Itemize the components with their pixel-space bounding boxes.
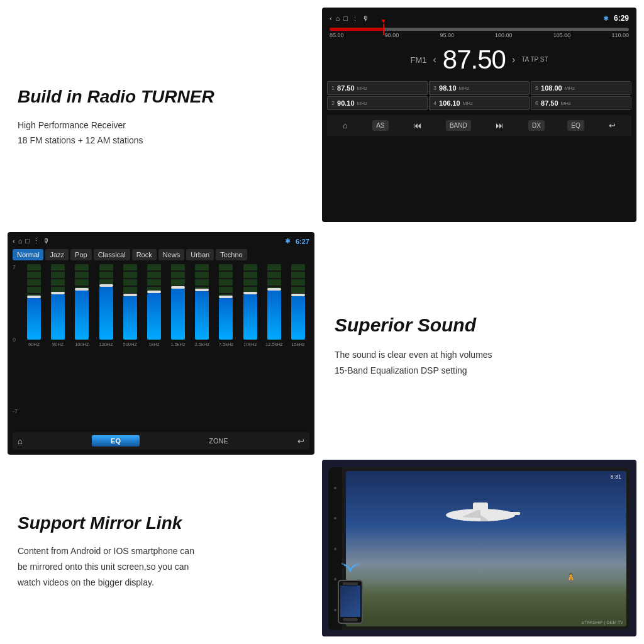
preset-item-6[interactable]: 6 87.50 MHz xyxy=(531,96,631,110)
eq-bar-handle-10khz[interactable] xyxy=(243,292,257,294)
eq-bar-track-2p5khz[interactable] xyxy=(195,264,209,340)
eq-bar-handle-80hz[interactable] xyxy=(51,292,65,294)
preset-item-4[interactable]: 4 106.10 MHz xyxy=(429,96,530,110)
eq-bar-handle-100hz[interactable] xyxy=(75,288,89,291)
phone-screen xyxy=(340,586,360,617)
eq-bar-handle-120hz[interactable] xyxy=(99,284,113,287)
eq-home-icon[interactable]: ⌂ xyxy=(18,237,23,245)
eq-preset-techno[interactable]: Techno xyxy=(216,249,247,260)
freq-label-0: 85.00 xyxy=(330,32,344,38)
eq-bar-fill-7p5khz xyxy=(219,298,233,340)
eq-bar-handle-1p5khz[interactable] xyxy=(171,286,185,289)
next-track-icon[interactable]: ⏭ xyxy=(494,119,506,132)
bluetooth-icon: ✱ xyxy=(603,14,609,23)
preset-freq: 98.10 xyxy=(439,84,457,92)
car-screen-display: 6:31 🧍 STAR xyxy=(346,471,626,626)
eq-bar-handle-15khz[interactable] xyxy=(291,294,305,296)
preset-item-3[interactable]: 3 98.10 MHz xyxy=(429,81,530,95)
side-dot-1 xyxy=(334,487,336,489)
eq-zone-btn[interactable]: ZONE xyxy=(209,437,228,445)
back-icon[interactable]: ‹ xyxy=(330,14,332,22)
side-dot-3 xyxy=(334,548,336,550)
eq-back-btn[interactable]: ↩ xyxy=(297,436,304,446)
eq-freq-12p5khz: 12.5kHz xyxy=(263,341,286,347)
preset-unit: MHz xyxy=(459,86,469,91)
eq-bar-track-100hz[interactable] xyxy=(75,264,89,340)
freq-next-arrow[interactable]: › xyxy=(512,54,515,65)
home-control-icon[interactable]: ⌂ xyxy=(341,119,350,132)
svg-rect-3 xyxy=(473,502,488,510)
eq-freq-7p5khz: 7.5kHz xyxy=(214,341,237,347)
preset-freq: 87.50 xyxy=(541,99,558,107)
eq-bar-track-500hz[interactable] xyxy=(123,264,137,340)
freq-prev-arrow[interactable]: ‹ xyxy=(433,54,436,65)
eq-bar-handle-60hz[interactable] xyxy=(27,296,41,298)
eq-bar-fill-1p5khz xyxy=(171,289,185,340)
eq-preset-rock[interactable]: Rock xyxy=(132,249,157,260)
eq-freq-1p5khz: 1.5kHz xyxy=(167,341,189,347)
eq-preset-news[interactable]: News xyxy=(158,249,185,260)
eq-bar-10khz xyxy=(239,264,262,340)
eq-bar-track-120hz[interactable] xyxy=(99,264,113,340)
preset-num: 3 xyxy=(433,85,436,91)
sound-line1: The sound is clear even at high volumes xyxy=(335,347,631,363)
eq-bar-fill-10khz xyxy=(243,294,257,340)
eq-bar-60hz xyxy=(23,264,45,340)
preset-freq: 90.10 xyxy=(337,99,355,107)
eq-bar-fill-2p5khz xyxy=(195,291,209,340)
eq-bar-handle-500hz[interactable] xyxy=(123,294,137,296)
eq-freq-120hz: 120HZ xyxy=(95,341,118,347)
eq-freq-2p5khz: 2.5kHz xyxy=(191,341,213,347)
eq-bar-track-60hz[interactable] xyxy=(27,264,41,340)
eq-preset-classical[interactable]: Classical xyxy=(94,249,130,260)
prev-track-icon[interactable]: ⏮ xyxy=(411,119,423,132)
radio-tuner-desc-line1: High Performance Receiver xyxy=(18,118,309,133)
eq-bar-1khz xyxy=(143,264,165,340)
eq-eq-btn[interactable]: EQ xyxy=(92,435,140,447)
eq-bar-track-10khz[interactable] xyxy=(243,264,257,340)
radio-tuner-text-section: Build in Radio TURNER High Performance R… xyxy=(0,0,322,230)
preset-unit: MHz xyxy=(565,86,575,91)
eq-bar-fill-1khz xyxy=(147,293,161,340)
eq-preset-pop[interactable]: Pop xyxy=(70,249,92,260)
square-icon[interactable]: □ xyxy=(343,14,348,22)
preset-item-1[interactable]: 1 87.50 MHz xyxy=(327,81,428,95)
eq-bottom-bar: ⌂ EQ ZONE ↩ xyxy=(13,432,309,450)
eq-bluetooth-icon: ✱ xyxy=(285,237,291,245)
dx-btn[interactable]: DX xyxy=(528,120,545,131)
eq-btn[interactable]: EQ xyxy=(567,120,584,131)
eq-bar-handle-1khz[interactable] xyxy=(147,291,161,293)
eq-bar-track-15khz[interactable] xyxy=(291,264,305,340)
eq-bar-fill-80hz xyxy=(51,294,65,340)
eq-bar-handle-2p5khz[interactable] xyxy=(195,289,209,291)
eq-bar-handle-12p5khz[interactable] xyxy=(267,288,281,291)
back-control-icon[interactable]: ↩ xyxy=(607,119,618,132)
eq-home-btn[interactable]: ⌂ xyxy=(18,436,23,446)
eq-bar-fill-12p5khz xyxy=(267,291,281,340)
eq-bar-1p5khz xyxy=(167,264,189,340)
preset-item-5[interactable]: 5 108.00 MHz xyxy=(531,81,631,95)
eq-bar-500hz xyxy=(119,264,142,340)
eq-bar-track-7p5khz[interactable] xyxy=(219,264,233,340)
freq-band: FM1 xyxy=(410,55,426,65)
eq-bar-track-1khz[interactable] xyxy=(147,264,161,340)
eq-menu-icon[interactable]: ⋮ xyxy=(33,237,40,245)
eq-bar-track-12p5khz[interactable] xyxy=(267,264,281,340)
eq-bar-fill-100hz xyxy=(75,291,89,340)
preset-item-2[interactable]: 2 90.10 MHz xyxy=(327,96,428,110)
eq-preset-urban[interactable]: Urban xyxy=(186,249,214,260)
sound-title: Superior Sound xyxy=(335,314,631,336)
eq-back-icon[interactable]: ‹ xyxy=(13,237,15,245)
eq-bar-track-80hz[interactable] xyxy=(51,264,65,340)
eq-bar-15khz xyxy=(287,264,309,340)
eq-preset-normal[interactable]: Normal xyxy=(13,249,43,260)
eq-bar-handle-7p5khz[interactable] xyxy=(219,296,233,298)
home-icon[interactable]: ⌂ xyxy=(336,14,340,22)
mirror-text-section: Support Mirror Link Content from Android… xyxy=(0,457,322,644)
band-btn[interactable]: BAND xyxy=(446,120,471,131)
as-btn[interactable]: AS xyxy=(372,120,388,131)
menu-icon[interactable]: ⋮ xyxy=(352,14,358,23)
eq-bar-track-1p5khz[interactable] xyxy=(171,264,185,340)
preset-num: 1 xyxy=(331,85,335,91)
eq-preset-jazz[interactable]: Jazz xyxy=(45,249,69,260)
